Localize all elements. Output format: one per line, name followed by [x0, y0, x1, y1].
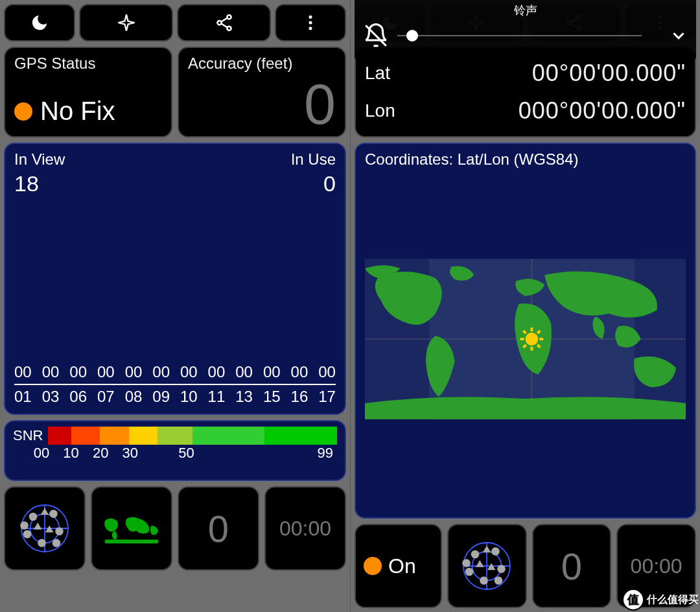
lat-value: 00°00'00.000"	[532, 60, 686, 87]
on-label: On	[388, 554, 416, 578]
timer-value: 00:00	[631, 554, 682, 578]
svg-point-10	[29, 513, 38, 521]
svg-point-48	[465, 568, 474, 576]
lat-label: Lat	[365, 63, 390, 84]
volume-slider[interactable]	[397, 35, 642, 36]
snr-legend-label: SNR	[13, 427, 43, 444]
gps-status-label: GPS Status	[14, 54, 162, 73]
svg-point-47	[497, 565, 506, 573]
satellite-chart: 000000000000000000000000 010306070809101…	[14, 196, 336, 406]
svg-point-51	[462, 559, 471, 567]
latlon-card[interactable]: Lat 00°00'00.000" Lon 000°00'00.000"	[355, 47, 696, 137]
ringtone-label: 铃声	[362, 3, 688, 18]
svg-marker-19	[45, 526, 54, 533]
svg-marker-18	[34, 523, 42, 530]
world-map-icon	[102, 499, 161, 558]
moon-icon	[30, 13, 49, 32]
svg-rect-20	[105, 539, 159, 543]
in-view-label: In View	[14, 150, 65, 169]
snr-gradient	[48, 427, 337, 445]
toolbar	[4, 4, 346, 41]
in-view-value: 18	[14, 171, 65, 196]
sky-plot-tab[interactable]	[4, 486, 86, 571]
svg-marker-17	[41, 508, 49, 515]
sky-plot-icon	[16, 499, 74, 558]
svg-line-40	[537, 331, 540, 333]
lon-value: 000°00'00.000"	[519, 97, 686, 124]
accuracy-value: 0	[188, 78, 336, 130]
compass-star-icon	[117, 13, 136, 32]
screen-left: GPS Status No Fix Accuracy (feet) 0 In V…	[0, 0, 350, 612]
svg-line-39	[524, 345, 526, 347]
svg-marker-52	[483, 546, 491, 553]
satellite-panel[interactable]: In View 18 In Use 0 00000000000000000000…	[4, 143, 346, 415]
zero-tab[interactable]: 0	[178, 486, 259, 571]
menu-button[interactable]	[275, 4, 346, 41]
status-row: GPS Status No Fix Accuracy (feet) 0	[4, 47, 346, 137]
share-icon	[215, 13, 234, 32]
zero-value: 0	[561, 545, 582, 588]
watermark: 值 什么值得买	[622, 589, 699, 611]
svg-point-4	[309, 21, 312, 25]
snr-id-row: 010306070809101113151617	[14, 388, 336, 406]
svg-point-32	[526, 333, 539, 346]
screen-right: 铃声 Lat 00°00'00.000" Lon 000°00'00.000" …	[350, 0, 700, 612]
in-use-value: 0	[291, 171, 336, 196]
status-dot-icon	[14, 102, 32, 121]
watermark-badge: 值	[622, 589, 644, 611]
svg-point-16	[20, 521, 29, 530]
svg-point-3	[309, 16, 312, 19]
chevron-down-icon[interactable]	[669, 26, 688, 45]
sky-plot-icon	[458, 537, 516, 595]
share-button[interactable]	[177, 4, 271, 41]
sky-plot-tab[interactable]	[447, 524, 527, 608]
snr-ticks: 001020305099	[41, 445, 337, 462]
coords-panel[interactable]: Coordinates: Lat/Lon (WGS84)	[355, 143, 696, 519]
svg-point-49	[480, 576, 488, 585]
coords-label: Coordinates: Lat/Lon (WGS84)	[365, 150, 686, 169]
world-map-svg	[365, 258, 686, 420]
svg-point-15	[52, 539, 61, 547]
timer-value: 00:00	[279, 517, 331, 541]
bottom-nav: 0 00:00	[4, 486, 346, 571]
svg-line-38	[537, 345, 540, 347]
gps-status-card[interactable]: GPS Status No Fix	[4, 47, 172, 137]
star-button[interactable]	[79, 4, 173, 41]
svg-marker-54	[487, 563, 496, 571]
in-use-label: In Use	[291, 150, 336, 169]
ringtone-overlay: 铃声	[355, 0, 696, 58]
svg-point-11	[49, 510, 58, 518]
snr-value-row: 000000000000000000000000	[14, 363, 336, 381]
svg-marker-53	[476, 560, 484, 567]
gps-status-value: No Fix	[40, 97, 115, 126]
world-map	[365, 169, 686, 510]
svg-point-12	[55, 527, 64, 536]
svg-point-50	[495, 576, 503, 585]
zero-value: 0	[208, 507, 229, 550]
map-tab[interactable]	[91, 486, 172, 571]
more-vert-icon	[301, 13, 320, 32]
moon-button[interactable]	[4, 4, 75, 41]
svg-point-46	[491, 547, 500, 556]
zero-tab[interactable]: 0	[532, 524, 612, 608]
svg-point-14	[38, 539, 46, 547]
on-dot-icon	[364, 557, 382, 575]
svg-point-13	[23, 530, 32, 539]
accuracy-card[interactable]: Accuracy (feet) 0	[178, 47, 346, 137]
bell-muted-icon	[362, 22, 390, 49]
lon-label: Lon	[365, 100, 395, 121]
accuracy-label: Accuracy (feet)	[188, 54, 336, 73]
snr-legend-card: SNR 001020305099	[4, 420, 346, 481]
svg-line-37	[524, 331, 526, 333]
svg-point-5	[309, 27, 312, 30]
timer-tab[interactable]: 00:00	[264, 486, 346, 571]
slider-thumb[interactable]	[406, 30, 418, 41]
svg-point-45	[471, 550, 480, 559]
watermark-text: 什么值得买	[647, 593, 699, 607]
on-status-tab[interactable]: On	[355, 524, 442, 608]
